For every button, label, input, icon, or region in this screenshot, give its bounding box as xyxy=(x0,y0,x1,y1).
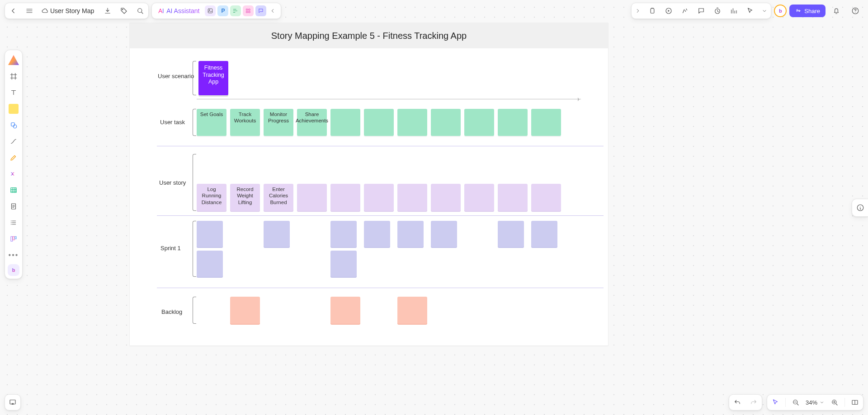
info-icon xyxy=(856,204,864,212)
tool-more[interactable]: ••• xyxy=(6,248,21,262)
sprint1-row1-card-0[interactable] xyxy=(197,221,223,247)
story-row-card-7[interactable] xyxy=(431,184,461,211)
task-row-card-5[interactable] xyxy=(364,109,394,136)
chart-button[interactable] xyxy=(726,3,742,19)
svg-rect-2 xyxy=(208,9,212,13)
story-row-card-8[interactable] xyxy=(464,184,494,211)
sprint1-row1-card-2[interactable] xyxy=(264,221,290,247)
ai-chip-p[interactable]: P xyxy=(217,5,228,16)
task-row-card-10[interactable] xyxy=(531,109,561,136)
tool-frame[interactable] xyxy=(6,69,21,84)
story-row-card-9[interactable] xyxy=(498,184,528,211)
tool-doc[interactable] xyxy=(6,199,21,214)
ai-chip-grid[interactable] xyxy=(243,5,254,16)
sprint1-row1-card-9[interactable] xyxy=(498,221,524,247)
undo-button[interactable] xyxy=(729,394,745,410)
effects-button[interactable] xyxy=(677,3,693,19)
sprint1-row1-card-5[interactable] xyxy=(364,221,390,247)
story-row-card-6[interactable] xyxy=(397,184,427,211)
download-button[interactable] xyxy=(99,3,116,19)
story-row-card-5[interactable] xyxy=(364,184,394,211)
info-panel-toggle[interactable] xyxy=(852,199,868,217)
svg-point-3 xyxy=(209,9,210,10)
tool-connector[interactable] xyxy=(6,134,21,149)
sprint1-row1-card-6[interactable] xyxy=(397,221,424,247)
expand-panel-button[interactable] xyxy=(632,3,644,19)
artboard[interactable]: Story Mapping Example 5 - Fitness Tracki… xyxy=(129,23,609,346)
tool-profile[interactable]: b xyxy=(8,264,19,276)
actions-pill xyxy=(631,3,771,19)
divider-2 xyxy=(157,215,604,216)
tool-pen[interactable] xyxy=(6,150,21,165)
task-row-card-7[interactable] xyxy=(431,109,461,136)
svg-rect-13 xyxy=(11,123,15,126)
story-cards: Log Running DistanceRecord Weight Liftin… xyxy=(197,184,561,211)
task-row-card-6[interactable] xyxy=(397,109,427,136)
more-actions-button[interactable] xyxy=(758,3,771,19)
search-button[interactable] xyxy=(132,3,148,19)
ai-collapse-button[interactable] xyxy=(267,3,278,19)
sprint1-row1-card-7[interactable] xyxy=(431,221,457,247)
story-row-card-3[interactable] xyxy=(297,184,327,211)
sprint1-row2-card-4[interactable] xyxy=(330,251,357,277)
card-scenario-0[interactable]: Fitness Tracking App xyxy=(198,61,228,95)
tool-sticky-note[interactable] xyxy=(6,102,21,116)
zoom-level[interactable]: 34% xyxy=(804,399,826,406)
story-row-card-0[interactable]: Log Running Distance xyxy=(197,184,226,211)
timer-button[interactable] xyxy=(709,3,726,19)
task-row-card-2[interactable]: Monitor Progress xyxy=(264,109,293,136)
task-row-card-4[interactable] xyxy=(330,109,360,136)
menu-button[interactable] xyxy=(21,3,38,19)
task-row-card-1[interactable]: Track Workouts xyxy=(230,109,260,136)
cursor-mode-button[interactable] xyxy=(767,394,783,410)
ai-chip-image[interactable] xyxy=(205,5,216,16)
svg-rect-4 xyxy=(246,9,248,10)
user-avatar[interactable]: b xyxy=(774,5,787,17)
ai-assistant-button[interactable]: AI Assistant xyxy=(155,3,204,19)
doc-status[interactable]: User Story Map xyxy=(38,3,99,19)
task-row-card-0[interactable]: Set Goals xyxy=(197,109,226,136)
tool-list[interactable] xyxy=(6,215,21,230)
pointer-button[interactable] xyxy=(742,3,758,19)
tool-shape[interactable] xyxy=(6,118,21,132)
task-row-card-3[interactable]: Share Achievements xyxy=(297,109,327,136)
notifications-button[interactable] xyxy=(828,3,844,19)
play-button[interactable] xyxy=(660,3,677,19)
tag-button[interactable] xyxy=(116,3,132,19)
help-button[interactable] xyxy=(847,3,863,19)
sprint1-row1-card-10[interactable] xyxy=(531,221,557,247)
backlog-row-card-4[interactable] xyxy=(330,297,360,324)
story-row-card-4[interactable] xyxy=(330,184,360,211)
backlog-row-card-6[interactable] xyxy=(397,297,427,324)
sprint1-row2-card-0[interactable] xyxy=(197,251,223,277)
row-label-scenario: User scenario xyxy=(158,73,194,79)
clipboard-button[interactable] xyxy=(644,3,660,19)
backlog-row-card-1[interactable] xyxy=(230,297,260,324)
ai-pill: AI Assistant P xyxy=(151,3,281,19)
tool-mindmap[interactable] xyxy=(6,167,21,181)
zoom-in-button[interactable] xyxy=(826,394,843,410)
tool-text[interactable] xyxy=(6,85,21,100)
task-cards: Set GoalsTrack WorkoutsMonitor ProgressS… xyxy=(197,109,561,136)
ai-chip-align[interactable] xyxy=(230,5,241,16)
backlog-cards xyxy=(197,297,561,324)
bracket-task xyxy=(193,109,196,136)
ai-chip-chat[interactable] xyxy=(255,5,266,16)
share-button[interactable]: Share xyxy=(789,5,826,17)
task-row-card-8[interactable] xyxy=(464,109,494,136)
tool-kanban[interactable] xyxy=(6,232,21,246)
tool-templates[interactable] xyxy=(6,53,21,67)
redo-button[interactable] xyxy=(745,394,762,410)
story-row-card-2[interactable]: Enter Calories Burned xyxy=(264,184,293,211)
fit-view-button[interactable] xyxy=(847,394,863,410)
zoom-out-button[interactable] xyxy=(788,394,804,410)
canvas[interactable]: Story Mapping Example 5 - Fitness Tracki… xyxy=(0,0,868,415)
tool-table[interactable] xyxy=(6,183,21,197)
svg-rect-7 xyxy=(249,11,250,13)
task-row-card-9[interactable] xyxy=(498,109,528,136)
sprint1-row1-card-4[interactable] xyxy=(330,221,357,247)
comment-button[interactable] xyxy=(693,3,709,19)
story-row-card-1[interactable]: Record Weight Lifting xyxy=(230,184,260,211)
story-row-card-10[interactable] xyxy=(531,184,561,211)
back-button[interactable] xyxy=(5,3,21,19)
